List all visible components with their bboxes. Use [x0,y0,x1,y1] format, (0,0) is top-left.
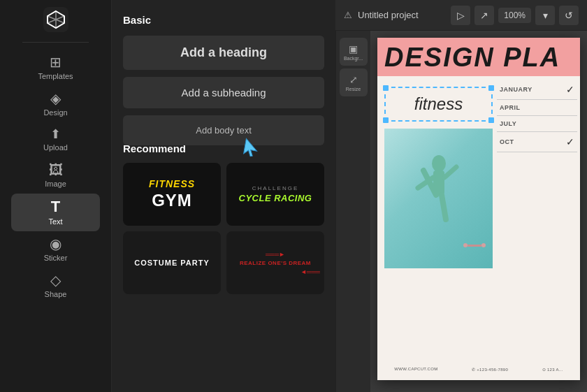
realize-dream-label: REALIZE ONE'S DREAM [240,260,311,266]
july-label: JULY [500,120,516,127]
sidebar-item-design[interactable]: ◈ Design [0,86,111,122]
recommend-card-realize-dream[interactable]: ═══► REALIZE ONE'S DREAM ◄═══ [226,231,324,294]
sticker-icon: ◉ [50,237,61,251]
sidebar-item-upload[interactable]: ⬆ Upload [0,122,111,157]
design-photo [384,129,493,268]
zoom-dropdown-button[interactable]: ▾ [535,6,555,25]
add-heading-button[interactable]: Add a heading [123,36,324,70]
sidebar-item-label-design: Design [43,108,67,117]
sidebar: ⊞ Templates ◈ Design ⬆ Upload 🖼 Image T … [0,0,112,392]
fitness-textbox[interactable]: fitness [384,87,493,122]
play-button[interactable]: ▷ [451,6,470,25]
recommend-card-cycle-racing[interactable]: CHALLENGE CYCLE RACING [226,163,324,226]
design-header: DESIGN PLA [377,38,580,76]
svg-marker-1 [243,138,259,157]
svg-point-2 [432,155,446,172]
realize-arrows-right: ◄═══ [300,268,320,275]
sidebar-divider [22,42,89,43]
design-footer: WWW.CAPCUT.COM ✆ +123-456-7890 ⊙ 123 A..… [377,362,580,376]
text-panel: Basic Add a heading Add a subheading Add… [112,0,335,392]
resize-icon: ⤢ [349,74,358,85]
design-title: DESIGN PLA [384,44,560,71]
sidebar-item-templates[interactable]: ⊞ Templates [0,50,111,86]
footer-phone: ✆ +123-456-7890 [472,367,508,372]
upload-icon: ⬆ [50,128,61,140]
recommend-grid: FITNESS GYM CHALLENGE CYCLE RACING COSTU… [123,163,324,294]
oct-check: ✓ [566,136,575,147]
add-subheading-button[interactable]: Add a subheading [123,77,324,108]
sidebar-item-sticker[interactable]: ◉ Sticker [0,231,111,268]
recommend-card-fitness-gym[interactable]: FITNESS GYM [123,163,221,226]
handle-br[interactable] [488,117,494,123]
sidebar-item-label-upload: Upload [43,143,68,152]
background-button[interactable]: ▣ Backgr... [340,38,368,66]
shape-icon: ◇ [50,273,61,287]
recommend-card-costume-party[interactable]: COSTUME PARTY [123,231,221,294]
undo-button[interactable]: ↺ [559,6,579,25]
canvas-content[interactable]: DESIGN PLA fitness [370,31,587,392]
handle-tl[interactable] [383,85,389,91]
sidebar-item-label-templates: Templates [38,72,73,80]
january-check: ✓ [566,84,575,95]
share-button[interactable]: ↗ [474,6,494,25]
svg-line-7 [444,167,456,177]
background-label: Backgr... [344,56,363,61]
april-label: APRIL [500,104,521,111]
design-icon: ◈ [50,92,61,106]
sidebar-item-label-sticker: Sticker [44,254,68,262]
january-label: JANUARY [500,86,532,93]
svg-line-5 [442,195,446,219]
text-icon: T [51,199,60,215]
design-page: DESIGN PLA fitness [377,38,580,380]
background-icon: ▣ [349,43,358,55]
add-body-text-button[interactable]: Add body text [123,115,324,145]
canvas-toolbar: ⚠ Untitled project ▷ ↗ 100% ▾ ↺ [335,0,587,31]
canvas-area: ⚠ Untitled project ▷ ↗ 100% ▾ ↺ ▣ Backgr… [335,0,587,392]
resize-button[interactable]: ⤢ Resize [340,68,368,96]
handle-bl[interactable] [383,117,389,123]
month-oct: OCT ✓ [497,132,577,152]
costume-party-label: COSTUME PARTY [131,256,212,270]
cycle-racing-label: CYCLE RACING [239,193,312,203]
toolbar-right: ▷ ↗ 100% ▾ ↺ [451,6,579,25]
cycle-challenge-label: CHALLENGE [252,185,298,191]
month-april: APRIL [497,100,577,116]
app-logo [43,7,68,35]
sidebar-item-label-text: Text [48,217,62,226]
sidebar-item-label-image: Image [45,180,66,188]
warning-icon: ⚠ [344,10,352,20]
month-july: JULY [497,116,577,132]
sidebar-item-label-shape: Shape [45,290,67,298]
zoom-control[interactable]: 100% [498,8,531,23]
image-icon: 🖼 [49,163,63,177]
month-january: JANUARY ✓ [497,80,577,100]
oct-label: OCT [500,138,514,145]
handle-tr[interactable] [488,85,494,91]
sidebar-item-shape[interactable]: ◇ Shape [0,268,111,304]
footer-address: ⊙ 123 A... [542,367,563,372]
templates-icon: ⊞ [50,55,61,69]
resize-label: Resize [346,87,361,92]
realize-arrows-left: ═══► [266,251,285,258]
basic-section-title: Basic [123,14,324,26]
fitness-gym-line1: FITNESS [149,178,195,189]
sidebar-item-text[interactable]: T Text [11,194,100,231]
footer-website: WWW.CAPCUT.COM [394,367,437,371]
fitness-gym-line2: GYM [152,191,192,210]
fitness-text: fitness [414,94,463,114]
project-title[interactable]: Untitled project [358,10,445,20]
sidebar-item-image[interactable]: 🖼 Image [0,157,111,194]
canvas-right-panel: ▣ Backgr... ⤢ Resize [335,31,370,392]
design-months-col: JANUARY ✓ APRIL JULY OCT ✓ [497,80,577,380]
